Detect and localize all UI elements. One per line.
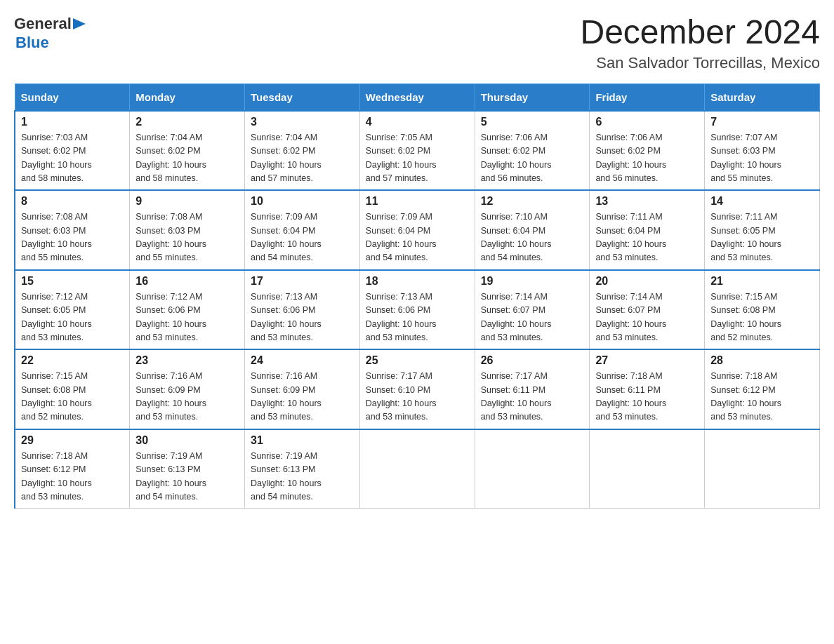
week-row-2: 8 Sunrise: 7:08 AM Sunset: 6:03 PM Dayli… (15, 190, 820, 270)
day-info: Sunrise: 7:08 AM Sunset: 6:03 PM Dayligh… (21, 210, 124, 265)
day-info: Sunrise: 7:09 AM Sunset: 6:04 PM Dayligh… (366, 210, 469, 265)
logo-general: General (14, 15, 72, 33)
calendar-cell: 1 Sunrise: 7:03 AM Sunset: 6:02 PM Dayli… (15, 111, 130, 191)
day-info: Sunrise: 7:04 AM Sunset: 6:02 PM Dayligh… (135, 131, 239, 186)
calendar-cell (590, 429, 705, 509)
day-info: Sunrise: 7:19 AM Sunset: 6:13 PM Dayligh… (135, 450, 239, 504)
calendar-cell: 7 Sunrise: 7:07 AM Sunset: 6:03 PM Dayli… (705, 111, 820, 191)
day-info: Sunrise: 7:06 AM Sunset: 6:02 PM Dayligh… (481, 131, 584, 186)
calendar-cell: 24 Sunrise: 7:16 AM Sunset: 6:09 PM Dayl… (245, 349, 360, 429)
day-number: 14 (710, 195, 814, 208)
day-number: 23 (135, 354, 239, 367)
day-info: Sunrise: 7:18 AM Sunset: 6:11 PM Dayligh… (595, 370, 699, 424)
day-info: Sunrise: 7:16 AM Sunset: 6:09 PM Dayligh… (135, 370, 239, 424)
day-number: 5 (481, 116, 584, 128)
calendar-subtitle: San Salvador Torrecillas, Mexico (580, 54, 820, 72)
logo-triangle-icon (73, 18, 86, 31)
calendar-cell: 8 Sunrise: 7:08 AM Sunset: 6:03 PM Dayli… (15, 190, 130, 270)
calendar-cell: 4 Sunrise: 7:05 AM Sunset: 6:02 PM Dayli… (359, 111, 475, 191)
day-number: 27 (595, 354, 699, 367)
calendar-header-row: SundayMondayTuesdayWednesdayThursdayFrid… (15, 83, 820, 111)
day-info: Sunrise: 7:17 AM Sunset: 6:10 PM Dayligh… (366, 370, 469, 424)
day-info: Sunrise: 7:11 AM Sunset: 6:05 PM Dayligh… (710, 210, 814, 265)
day-number: 2 (135, 116, 239, 128)
calendar-cell: 28 Sunrise: 7:18 AM Sunset: 6:12 PM Dayl… (705, 349, 820, 429)
day-info: Sunrise: 7:16 AM Sunset: 6:09 PM Dayligh… (251, 370, 354, 424)
day-number: 29 (21, 434, 124, 447)
calendar-header-saturday: Saturday (705, 83, 820, 111)
week-row-3: 15 Sunrise: 7:12 AM Sunset: 6:05 PM Dayl… (15, 270, 820, 350)
day-number: 16 (135, 275, 239, 288)
day-info: Sunrise: 7:18 AM Sunset: 6:12 PM Dayligh… (21, 450, 124, 504)
svg-marker-0 (73, 18, 86, 29)
calendar-cell: 6 Sunrise: 7:06 AM Sunset: 6:02 PM Dayli… (590, 111, 705, 191)
day-number: 18 (366, 275, 469, 288)
calendar-header-monday: Monday (130, 83, 245, 111)
calendar-cell: 10 Sunrise: 7:09 AM Sunset: 6:04 PM Dayl… (245, 190, 360, 270)
day-info: Sunrise: 7:13 AM Sunset: 6:06 PM Dayligh… (251, 290, 354, 345)
calendar-cell: 5 Sunrise: 7:06 AM Sunset: 6:02 PM Dayli… (475, 111, 590, 191)
day-info: Sunrise: 7:11 AM Sunset: 6:04 PM Dayligh… (595, 210, 699, 265)
day-info: Sunrise: 7:12 AM Sunset: 6:06 PM Dayligh… (135, 290, 239, 345)
day-number: 30 (135, 434, 239, 447)
calendar-cell: 3 Sunrise: 7:04 AM Sunset: 6:02 PM Dayli… (245, 111, 360, 191)
calendar-cell: 23 Sunrise: 7:16 AM Sunset: 6:09 PM Dayl… (130, 349, 245, 429)
logo: General Blue (14, 14, 86, 52)
calendar-cell: 14 Sunrise: 7:11 AM Sunset: 6:05 PM Dayl… (705, 190, 820, 270)
day-number: 3 (251, 116, 354, 128)
calendar-cell: 2 Sunrise: 7:04 AM Sunset: 6:02 PM Dayli… (130, 111, 245, 191)
calendar-cell: 11 Sunrise: 7:09 AM Sunset: 6:04 PM Dayl… (359, 190, 475, 270)
day-number: 20 (595, 275, 699, 288)
day-number: 6 (595, 116, 699, 128)
day-number: 21 (710, 275, 814, 288)
logo-blue: Blue (15, 34, 86, 52)
calendar-cell: 21 Sunrise: 7:15 AM Sunset: 6:08 PM Dayl… (705, 270, 820, 350)
day-info: Sunrise: 7:17 AM Sunset: 6:11 PM Dayligh… (481, 370, 584, 424)
calendar-cell (475, 429, 590, 509)
day-info: Sunrise: 7:14 AM Sunset: 6:07 PM Dayligh… (481, 290, 584, 345)
calendar-cell: 17 Sunrise: 7:13 AM Sunset: 6:06 PM Dayl… (245, 270, 360, 350)
title-area: December 2024 San Salvador Torrecillas, … (580, 14, 820, 72)
day-number: 22 (21, 354, 124, 367)
calendar-cell: 9 Sunrise: 7:08 AM Sunset: 6:03 PM Dayli… (130, 190, 245, 270)
calendar-cell: 19 Sunrise: 7:14 AM Sunset: 6:07 PM Dayl… (475, 270, 590, 350)
day-info: Sunrise: 7:15 AM Sunset: 6:08 PM Dayligh… (710, 290, 814, 345)
day-info: Sunrise: 7:07 AM Sunset: 6:03 PM Dayligh… (710, 131, 814, 186)
day-info: Sunrise: 7:10 AM Sunset: 6:04 PM Dayligh… (481, 210, 584, 265)
day-number: 13 (595, 195, 699, 208)
day-number: 17 (251, 275, 354, 288)
day-number: 9 (135, 195, 239, 208)
calendar-cell: 20 Sunrise: 7:14 AM Sunset: 6:07 PM Dayl… (590, 270, 705, 350)
day-number: 19 (481, 275, 584, 288)
day-number: 12 (481, 195, 584, 208)
calendar-cell: 13 Sunrise: 7:11 AM Sunset: 6:04 PM Dayl… (590, 190, 705, 270)
calendar-header-friday: Friday (590, 83, 705, 111)
day-number: 7 (710, 116, 814, 128)
calendar-cell: 25 Sunrise: 7:17 AM Sunset: 6:10 PM Dayl… (359, 349, 475, 429)
calendar-table: SundayMondayTuesdayWednesdayThursdayFrid… (14, 83, 820, 509)
day-number: 28 (710, 354, 814, 367)
day-info: Sunrise: 7:08 AM Sunset: 6:03 PM Dayligh… (135, 210, 239, 265)
calendar-cell: 15 Sunrise: 7:12 AM Sunset: 6:05 PM Dayl… (15, 270, 130, 350)
calendar-cell: 18 Sunrise: 7:13 AM Sunset: 6:06 PM Dayl… (359, 270, 475, 350)
day-number: 11 (366, 195, 469, 208)
day-number: 8 (21, 195, 124, 208)
page-header: General Blue December 2024 San Salvador … (14, 14, 820, 72)
calendar-cell: 26 Sunrise: 7:17 AM Sunset: 6:11 PM Dayl… (475, 349, 590, 429)
calendar-header-sunday: Sunday (15, 83, 130, 111)
day-number: 25 (366, 354, 469, 367)
day-number: 10 (251, 195, 354, 208)
calendar-title: December 2024 (580, 14, 820, 51)
day-number: 1 (21, 116, 124, 128)
calendar-cell (359, 429, 475, 509)
day-number: 15 (21, 275, 124, 288)
calendar-cell: 29 Sunrise: 7:18 AM Sunset: 6:12 PM Dayl… (15, 429, 130, 509)
day-info: Sunrise: 7:04 AM Sunset: 6:02 PM Dayligh… (251, 131, 354, 186)
day-info: Sunrise: 7:12 AM Sunset: 6:05 PM Dayligh… (21, 290, 124, 345)
day-info: Sunrise: 7:03 AM Sunset: 6:02 PM Dayligh… (21, 131, 124, 186)
day-number: 31 (251, 434, 354, 447)
calendar-cell: 30 Sunrise: 7:19 AM Sunset: 6:13 PM Dayl… (130, 429, 245, 509)
calendar-cell: 22 Sunrise: 7:15 AM Sunset: 6:08 PM Dayl… (15, 349, 130, 429)
day-info: Sunrise: 7:09 AM Sunset: 6:04 PM Dayligh… (251, 210, 354, 265)
calendar-cell: 27 Sunrise: 7:18 AM Sunset: 6:11 PM Dayl… (590, 349, 705, 429)
